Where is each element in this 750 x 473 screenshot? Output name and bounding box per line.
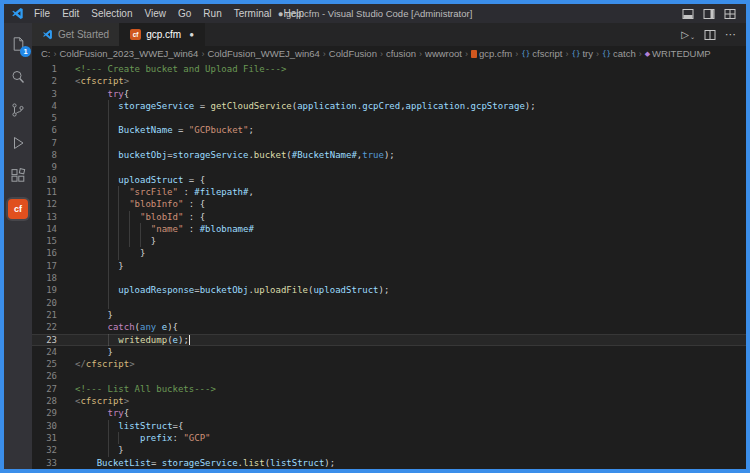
breadcrumb-item[interactable]: ColdFusion	[329, 48, 377, 59]
line-number[interactable]: 11	[32, 186, 75, 198]
line-number[interactable]: 5	[32, 112, 75, 124]
menu-file[interactable]: File	[28, 4, 56, 23]
line-number[interactable]: 28	[32, 395, 75, 407]
code-line-31[interactable]: 31 prefix: "GCP"	[32, 432, 746, 444]
code-line-28[interactable]: 28<cfscript>	[32, 395, 746, 407]
line-number[interactable]: 31	[32, 432, 75, 444]
code-line-29[interactable]: 29 try{	[32, 407, 746, 419]
breadcrumb-item[interactable]: wwwroot	[425, 48, 462, 59]
code-line-13[interactable]: 13 "blobId" : {	[32, 211, 746, 223]
breadcrumb-item[interactable]: {}catch	[602, 48, 636, 59]
code-line-14[interactable]: 14 "name" : #blobname#	[32, 223, 746, 235]
code-line-20[interactable]: 20	[32, 297, 746, 309]
code-line-22[interactable]: 22 catch(any e){	[32, 321, 746, 333]
code-line-3[interactable]: 3 try{	[32, 88, 746, 100]
customize-layout-icon[interactable]	[724, 8, 736, 20]
code-line-25[interactable]: 25</cfscript>	[32, 358, 746, 370]
line-number[interactable]: 30	[32, 420, 75, 432]
line-number[interactable]: 33	[32, 457, 75, 469]
line-number[interactable]: 26	[32, 370, 75, 382]
toggle-panel-icon[interactable]	[682, 8, 694, 20]
line-number[interactable]: 16	[32, 247, 75, 259]
breadcrumb-item[interactable]: ColdFusion_WWEJ_win64	[207, 48, 319, 59]
code-line-5[interactable]: 5	[32, 112, 746, 124]
code-line-4[interactable]: 4 storageService = getCloudService(appli…	[32, 100, 746, 112]
breadcrumb-item[interactable]: ColdFusion_2023_WWEJ_win64	[60, 48, 199, 59]
line-number[interactable]: 14	[32, 223, 75, 235]
breadcrumb-item[interactable]: {}try	[571, 48, 593, 59]
modified-dot-icon[interactable]: ●	[189, 30, 194, 39]
coldfusion-icon[interactable]: cf	[4, 192, 32, 225]
breadcrumb-item[interactable]: C:	[41, 48, 51, 59]
breadcrumb-item[interactable]: {}cfscript	[521, 48, 562, 59]
line-number[interactable]: 18	[32, 272, 75, 284]
source-control-icon[interactable]	[4, 93, 32, 126]
line-number[interactable]: 32	[32, 444, 75, 456]
code-line-6[interactable]: 6 BucketName = "GCPbucket";	[32, 124, 746, 136]
line-number[interactable]: 24	[32, 346, 75, 358]
line-number[interactable]: 12	[32, 198, 75, 210]
line-number[interactable]: 9	[32, 161, 75, 173]
code-line-9[interactable]: 9	[32, 161, 746, 173]
line-number[interactable]: 20	[32, 297, 75, 309]
run-debug-icon[interactable]	[4, 126, 32, 159]
menu-edit[interactable]: Edit	[56, 4, 85, 23]
split-editor-icon[interactable]	[704, 29, 716, 41]
line-number[interactable]: 22	[32, 321, 75, 333]
line-number[interactable]: 21	[32, 309, 75, 321]
line-number[interactable]: 25	[32, 358, 75, 370]
breadcrumb-item[interactable]: gcp.cfm	[471, 48, 512, 59]
line-number[interactable]: 6	[32, 124, 75, 136]
line-number[interactable]: 4	[32, 100, 75, 112]
code-line-11[interactable]: 11 "srcFile" : #filepath#,	[32, 186, 746, 198]
breadcrumb-item[interactable]: cfusion	[386, 48, 416, 59]
code-line-12[interactable]: 12 "blobInfo" : {	[32, 198, 746, 210]
line-number[interactable]: 29	[32, 407, 75, 419]
tab-gcp-cfm[interactable]: cf gcp.cfm ●	[120, 23, 205, 46]
code-line-33[interactable]: 33 BucketList= storageService.list(listS…	[32, 457, 746, 469]
line-number[interactable]: 7	[32, 137, 75, 149]
code-line-18[interactable]: 18	[32, 272, 746, 284]
code-line-19[interactable]: 19 uploadResponse=bucketObj.uploadFile(u…	[32, 284, 746, 296]
code-line-21[interactable]: 21 }	[32, 309, 746, 321]
editor[interactable]: 1<!--- Create bucket and Upload File--->…	[32, 61, 746, 469]
code-line-1[interactable]: 1<!--- Create bucket and Upload File--->	[32, 63, 746, 75]
menu-view[interactable]: View	[139, 4, 173, 23]
more-actions-icon[interactable]: ⋯	[725, 28, 737, 41]
run-file-icon[interactable]: ▷⌄	[681, 30, 695, 40]
code-line-15[interactable]: 15 }	[32, 235, 746, 247]
menu-go[interactable]: Go	[172, 4, 197, 23]
line-number[interactable]: 17	[32, 260, 75, 272]
code-line-8[interactable]: 8 bucketObj=storageService.bucket(#Bucke…	[32, 149, 746, 161]
code-line-27[interactable]: 27<!--- List All buckets--->	[32, 383, 746, 395]
code-line-7[interactable]: 7	[32, 137, 746, 149]
extensions-icon[interactable]	[4, 159, 32, 192]
line-number[interactable]: 23	[32, 334, 75, 346]
code-line-17[interactable]: 17 }	[32, 260, 746, 272]
code-line-26[interactable]: 26	[32, 370, 746, 382]
code-line-24[interactable]: 24 }	[32, 346, 746, 358]
line-number[interactable]: 13	[32, 211, 75, 223]
search-icon[interactable]	[4, 60, 32, 93]
explorer-icon[interactable]: 1	[4, 27, 32, 60]
tab-get-started[interactable]: Get Started	[32, 23, 120, 46]
menu-run[interactable]: Run	[197, 4, 227, 23]
line-number[interactable]: 27	[32, 383, 75, 395]
line-number[interactable]: 10	[32, 174, 75, 186]
line-number[interactable]: 19	[32, 284, 75, 296]
code-line-2[interactable]: 2<cfscript>	[32, 75, 746, 87]
breadcrumb-item[interactable]: ◆WRITEDUMP	[645, 48, 711, 59]
line-number[interactable]: 15	[32, 235, 75, 247]
line-number[interactable]: 3	[32, 88, 75, 100]
code-line-16[interactable]: 16 }	[32, 247, 746, 259]
line-number[interactable]: 2	[32, 75, 75, 87]
code-line-23[interactable]: 23 writedump(e);	[32, 334, 746, 346]
line-number[interactable]: 8	[32, 149, 75, 161]
code-line-30[interactable]: 30 listStruct={	[32, 420, 746, 432]
menu-selection[interactable]: Selection	[85, 4, 138, 23]
toggle-secondary-sidebar-icon[interactable]	[703, 8, 715, 20]
code-line-32[interactable]: 32 }	[32, 444, 746, 456]
line-number[interactable]: 1	[32, 63, 75, 75]
code-line-10[interactable]: 10 uploadStruct = {	[32, 174, 746, 186]
menu-terminal[interactable]: Terminal	[228, 4, 278, 23]
